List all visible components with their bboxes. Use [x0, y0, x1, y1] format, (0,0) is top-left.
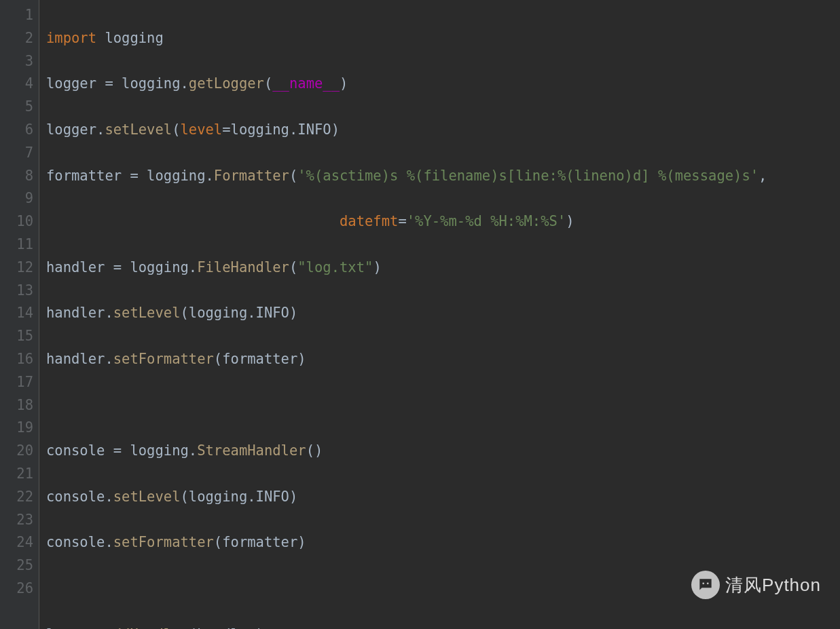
func-setLevel: setLevel [113, 489, 181, 505]
line-number: 21 [0, 463, 33, 486]
line-number: 13 [0, 280, 33, 303]
line-number: 1 [0, 4, 33, 27]
func-setFormatter: setFormatter [113, 351, 214, 367]
code-line[interactable]: logger = logging.getLogger(__name__) [46, 73, 840, 96]
string-format: '%(asctime)s %(filename)s[line:%(lineno)… [297, 168, 759, 184]
code-line[interactable]: formatter = logging.Formatter('%(asctime… [46, 165, 840, 188]
code-line[interactable]: logger.setLevel(level=logging.INFO) [46, 119, 840, 142]
kwarg-level: level [181, 121, 223, 138]
code-line-blank[interactable] [46, 577, 840, 601]
func-StreamHandler: StreamHandler [197, 442, 306, 459]
code-line[interactable]: datefmt='%Y-%m-%d %H:%M:%S') [46, 210, 840, 233]
line-number: 8 [0, 165, 33, 188]
line-number: 2 [0, 27, 33, 50]
func-FileHandler: FileHandler [197, 259, 289, 275]
line-number: 6 [0, 119, 33, 142]
line-number: 11 [0, 233, 33, 256]
line-number: 3 [0, 50, 33, 73]
line-number: 16 [0, 348, 33, 371]
code-line[interactable]: console = logging.StreamHandler() [46, 440, 840, 463]
func-setLevel: setLevel [113, 305, 181, 321]
line-number: 22 [0, 486, 33, 509]
line-number: 20 [0, 440, 33, 463]
string-datefmt: '%Y-%m-%d %H:%M:%S' [407, 213, 566, 229]
code-line[interactable]: logger.addHandler(handler) [46, 624, 840, 629]
module-name: logging [105, 30, 163, 46]
code-line-blank[interactable] [46, 394, 840, 417]
line-number-gutter: 1 2 3 4 5 6 7 8 9 10 11 12 13 14 15 16 1… [0, 0, 39, 629]
code-line[interactable]: console.setFormatter(formatter) [46, 531, 840, 554]
string-filename: "log.txt" [297, 259, 373, 275]
code-area[interactable]: import logging logger = logging.getLogge… [39, 0, 840, 629]
code-line[interactable]: handler.setLevel(logging.INFO) [46, 302, 840, 325]
line-number: 15 [0, 325, 33, 348]
line-number: 19 [0, 417, 33, 440]
line-number: 18 [0, 394, 33, 417]
line-number: 4 [0, 73, 33, 96]
code-line[interactable]: console.setLevel(logging.INFO) [46, 486, 840, 509]
code-line[interactable]: handler = logging.FileHandler("log.txt") [46, 256, 840, 280]
func-setLevel: setLevel [105, 121, 172, 138]
code-line[interactable]: import logging [46, 27, 840, 50]
line-number: 23 [0, 509, 33, 532]
func-Formatter: Formatter [214, 168, 289, 184]
line-number: 25 [0, 554, 33, 577]
kwarg-datefmt: datefmt [340, 213, 398, 229]
line-number: 10 [0, 210, 33, 233]
line-number: 5 [0, 96, 33, 119]
line-number: 17 [0, 371, 33, 394]
line-number: 9 [0, 187, 33, 210]
func-getLogger: getLogger [189, 75, 264, 92]
line-number: 7 [0, 142, 33, 165]
line-number: 14 [0, 302, 33, 325]
line-number: 12 [0, 256, 33, 280]
line-number: 24 [0, 531, 33, 554]
dunder-name: __name__ [272, 75, 340, 92]
func-setFormatter: setFormatter [113, 534, 214, 550]
line-number: 26 [0, 577, 33, 601]
func-addHandler: addHandler [105, 626, 188, 629]
keyword-import: import [46, 30, 96, 46]
code-line[interactable]: handler.setFormatter(formatter) [46, 348, 840, 371]
code-editor: 1 2 3 4 5 6 7 8 9 10 11 12 13 14 15 16 1… [0, 0, 840, 629]
